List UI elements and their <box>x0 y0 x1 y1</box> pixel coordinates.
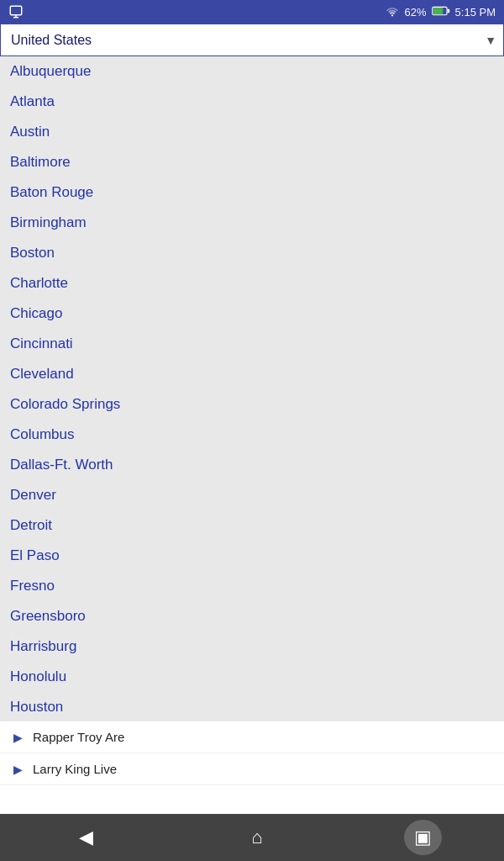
status-bar: 62% 5:15 PM <box>0 0 504 24</box>
clock: 5:15 PM <box>455 6 496 18</box>
city-list-item[interactable]: Colorado Springs <box>0 389 504 420</box>
city-list-item[interactable]: Boston <box>0 238 504 268</box>
city-list-item[interactable]: Cleveland <box>0 359 504 389</box>
svg-rect-5 <box>447 8 449 13</box>
status-bar-icon <box>8 4 24 19</box>
battery-icon <box>432 5 450 19</box>
wifi-icon <box>385 5 400 19</box>
city-list-item[interactable]: Detroit <box>0 510 504 541</box>
country-dropdown-container: United StatesCanadaMexicoUnited Kingdom … <box>0 24 504 56</box>
city-list-item[interactable]: Denver <box>0 480 504 510</box>
battery-percent: 62% <box>405 6 427 18</box>
city-list-item[interactable]: Chicago <box>0 298 504 329</box>
bottom-item-label: Larry King Live <box>33 762 117 776</box>
city-list-item[interactable]: Cincinnati <box>0 329 504 359</box>
recent-apps-button[interactable]: ▣ <box>404 820 442 855</box>
status-bar-info: 62% 5:15 PM <box>385 5 496 19</box>
city-list-item[interactable]: Dallas-Ft. Worth <box>0 450 504 480</box>
city-list-item[interactable]: Columbus <box>0 420 504 450</box>
city-list-item[interactable]: Atlanta <box>0 87 504 117</box>
city-list-item[interactable]: Baton Rouge <box>0 177 504 208</box>
bottom-item-arrow-icon: ▶ <box>13 731 23 744</box>
bottom-content-item[interactable]: ▶Larry King Live <box>0 753 504 785</box>
back-button[interactable]: ◀ <box>62 820 110 855</box>
bottom-item-arrow-icon: ▶ <box>13 763 23 776</box>
country-dropdown[interactable]: United StatesCanadaMexicoUnited Kingdom <box>1 24 503 55</box>
city-list-item[interactable]: Houston <box>0 692 504 721</box>
city-list-item[interactable]: Birmingham <box>0 208 504 238</box>
svg-rect-0 <box>10 6 22 15</box>
home-button[interactable]: ⌂ <box>234 820 279 855</box>
svg-rect-4 <box>433 8 443 14</box>
navigation-bar: ◀ ⌂ ▣ <box>0 814 504 861</box>
bottom-item-label: Rapper Troy Are <box>33 730 124 744</box>
city-list-item[interactable]: Fresno <box>0 571 504 601</box>
bottom-content-item[interactable]: ▶Rapper Troy Are <box>0 721 504 753</box>
city-list: AlbuquerqueAtlantaAustinBaltimoreBaton R… <box>0 56 504 721</box>
city-list-item[interactable]: Baltimore <box>0 147 504 177</box>
city-list-item[interactable]: Harrisburg <box>0 631 504 662</box>
city-list-item[interactable]: Charlotte <box>0 268 504 298</box>
bottom-content: ▶Rapper Troy Are▶Larry King Live <box>0 721 504 814</box>
city-list-item[interactable]: Honolulu <box>0 662 504 692</box>
city-list-item[interactable]: Austin <box>0 117 504 147</box>
city-list-item[interactable]: Greensboro <box>0 601 504 631</box>
city-list-item[interactable]: Albuquerque <box>0 56 504 87</box>
city-list-item[interactable]: El Paso <box>0 541 504 571</box>
